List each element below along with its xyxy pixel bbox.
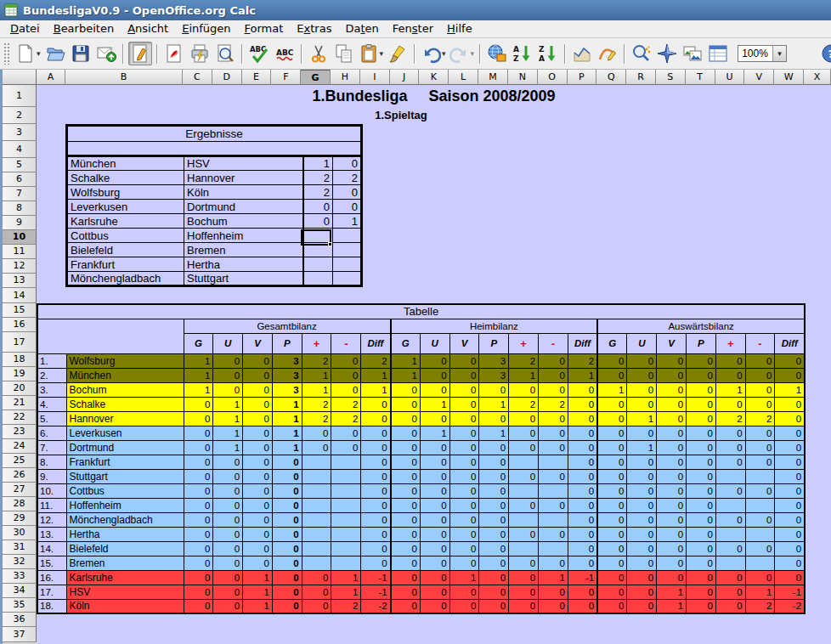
- stat-cell[interactable]: 0: [509, 527, 539, 541]
- stat-cell[interactable]: 0: [775, 411, 805, 426]
- row-header-1[interactable]: 1: [3, 85, 37, 107]
- dropdown-arrow-icon[interactable]: ▾: [442, 49, 446, 58]
- stat-cell[interactable]: 0: [243, 353, 273, 368]
- stat-cell[interactable]: 1: [627, 440, 657, 455]
- stat-cell[interactable]: 0: [184, 512, 213, 527]
- stat-header-auswaertsbilanz-p[interactable]: P: [687, 333, 716, 353]
- column-header-L[interactable]: L: [449, 70, 478, 85]
- row-header-12[interactable]: 12: [3, 259, 37, 274]
- away-score-cell[interactable]: [333, 229, 362, 243]
- sheet-title[interactable]: 1.Bundesliga Saison 2008/2009: [37, 85, 831, 107]
- stat-cell[interactable]: 0: [361, 483, 391, 498]
- stat-cell[interactable]: 1: [272, 397, 302, 411]
- stat-cell[interactable]: 0: [420, 556, 449, 570]
- stat-cell[interactable]: 0: [449, 426, 479, 440]
- stat-header-gesamtbilanz-g[interactable]: G: [184, 333, 213, 353]
- stat-cell[interactable]: 0: [687, 498, 716, 512]
- stat-cell[interactable]: 0: [775, 426, 805, 440]
- stat-cell[interactable]: 0: [539, 411, 568, 426]
- save-button[interactable]: [69, 42, 93, 65]
- stat-cell[interactable]: 0: [597, 541, 627, 556]
- home-team-cell[interactable]: Bielefeld: [67, 243, 184, 257]
- column-header-E[interactable]: E: [242, 70, 272, 85]
- stat-cell[interactable]: 0: [449, 483, 479, 498]
- column-header-U[interactable]: U: [715, 70, 745, 85]
- stat-cell[interactable]: 0: [687, 527, 716, 541]
- stat-cell[interactable]: 0: [420, 411, 449, 426]
- stat-cell[interactable]: 0: [539, 382, 568, 397]
- stat-cell[interactable]: 1: [509, 368, 539, 382]
- table-heading[interactable]: Tabelle: [37, 304, 805, 319]
- stat-cell[interactable]: 0: [597, 368, 627, 382]
- away-team-cell[interactable]: Hertha: [184, 257, 303, 272]
- stat-cell[interactable]: 0: [687, 541, 716, 556]
- row-header-34[interactable]: 34: [3, 584, 37, 598]
- stat-cell[interactable]: 0: [715, 397, 745, 411]
- column-header-X[interactable]: X: [804, 70, 831, 85]
- stat-cell[interactable]: 0: [539, 426, 568, 440]
- row-header-32[interactable]: 32: [3, 555, 37, 569]
- stat-cell[interactable]: 0: [687, 353, 716, 368]
- stat-cell[interactable]: 0: [568, 469, 597, 483]
- stat-cell[interactable]: 0: [243, 483, 273, 498]
- stat-cell[interactable]: 0: [687, 599, 716, 613]
- stat-cell[interactable]: 0: [509, 585, 539, 599]
- team-cell[interactable]: Bremen: [66, 556, 184, 570]
- home-score-cell[interactable]: 1: [303, 156, 333, 171]
- stat-header-gesamtbilanz-u[interactable]: U: [213, 333, 243, 353]
- column-header-G[interactable]: G: [301, 70, 331, 85]
- away-score-cell[interactable]: 0: [333, 200, 362, 214]
- column-header-A[interactable]: A: [37, 70, 65, 85]
- stat-cell[interactable]: 0: [539, 585, 568, 599]
- column-header-N[interactable]: N: [508, 70, 538, 85]
- draw-functions-button[interactable]: [596, 42, 619, 65]
- stat-cell[interactable]: 0: [745, 512, 775, 527]
- stat-cell[interactable]: 0: [272, 599, 302, 613]
- home-score-cell[interactable]: 0: [303, 214, 333, 229]
- stat-header-auswaertsbilanz-plus[interactable]: +: [715, 333, 745, 353]
- stat-cell[interactable]: 0: [509, 570, 539, 585]
- stat-cell[interactable]: 0: [627, 455, 657, 469]
- stat-cell[interactable]: 1: [184, 368, 213, 382]
- stat-cell[interactable]: -1: [361, 585, 391, 599]
- stat-cell[interactable]: 0: [331, 440, 361, 455]
- paste-button[interactable]: ▾: [358, 42, 385, 65]
- stat-cell[interactable]: 0: [302, 426, 331, 440]
- stat-cell[interactable]: 0: [627, 541, 657, 556]
- stat-cell[interactable]: [745, 556, 775, 570]
- stat-cell[interactable]: 0: [420, 599, 449, 613]
- stat-cell[interactable]: 2: [302, 397, 331, 411]
- stat-cell[interactable]: 1: [449, 570, 479, 585]
- position-cell[interactable]: 15.: [37, 556, 66, 570]
- stat-cell[interactable]: [509, 541, 539, 556]
- page-preview-button[interactable]: [213, 42, 237, 65]
- stat-cell[interactable]: 2: [745, 599, 775, 613]
- row-header-13[interactable]: 13: [3, 274, 37, 288]
- stat-cell[interactable]: [331, 527, 361, 541]
- stat-cell[interactable]: 0: [539, 527, 568, 541]
- stat-cell[interactable]: 0: [479, 570, 509, 585]
- stat-cell[interactable]: 2: [539, 397, 568, 411]
- stat-cell[interactable]: 0: [213, 498, 243, 512]
- stat-cell[interactable]: 0: [597, 512, 627, 527]
- toolbar-grip-handle[interactable]: [3, 42, 10, 65]
- zoom-combobox[interactable]: 100%▾: [738, 45, 787, 62]
- stat-cell[interactable]: 0: [715, 512, 745, 527]
- stat-cell[interactable]: 0: [420, 498, 449, 512]
- stat-cell[interactable]: 0: [243, 440, 273, 455]
- stat-cell[interactable]: 0: [302, 570, 331, 585]
- stat-cell[interactable]: 0: [272, 455, 302, 469]
- stat-cell[interactable]: 0: [391, 570, 421, 585]
- stat-cell[interactable]: 0: [391, 498, 421, 512]
- row-header-3[interactable]: 3: [3, 124, 37, 141]
- away-team-cell[interactable]: HSV: [184, 156, 303, 171]
- stat-cell[interactable]: 0: [775, 483, 805, 498]
- stat-cell[interactable]: 0: [449, 411, 479, 426]
- stat-cell[interactable]: 0: [184, 469, 213, 483]
- stat-cell[interactable]: 0: [449, 541, 479, 556]
- stat-cell[interactable]: 0: [627, 570, 657, 585]
- position-cell[interactable]: 3.: [37, 382, 66, 397]
- stat-cell[interactable]: 1: [775, 382, 805, 397]
- stat-header-heimbilanz-minus[interactable]: -: [539, 333, 568, 353]
- stat-cell[interactable]: 0: [243, 527, 273, 541]
